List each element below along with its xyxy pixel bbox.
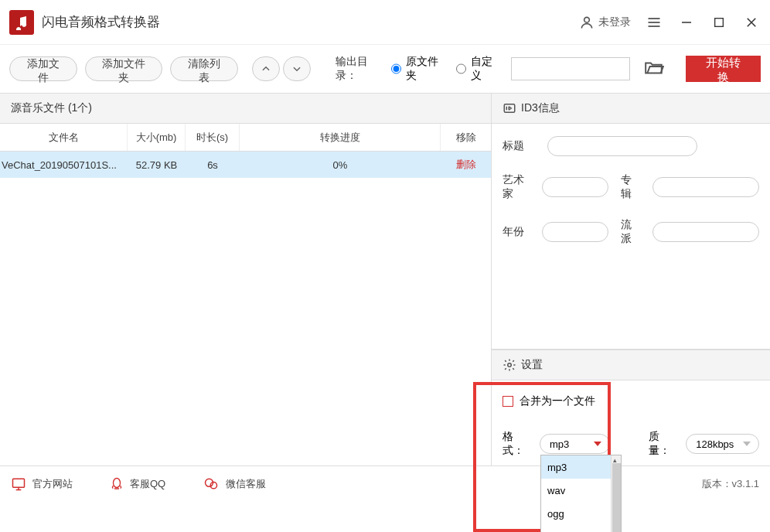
output-path-input[interactable] bbox=[511, 57, 630, 80]
website-link[interactable]: 官方网站 bbox=[11, 476, 73, 492]
genre-label: 流派 bbox=[621, 218, 640, 246]
dropdown-scrollbar[interactable]: ▴ ▾ bbox=[611, 455, 621, 532]
wechat-label: 微信客服 bbox=[226, 477, 266, 491]
login-label: 未登录 bbox=[598, 15, 631, 29]
cell-name: VeChat_20190507101S... bbox=[0, 152, 128, 178]
chevron-down-icon bbox=[743, 440, 751, 448]
login-button[interactable]: 未登录 bbox=[579, 15, 631, 30]
dropdown-item[interactable]: ogg bbox=[541, 502, 621, 525]
dropdown-item[interactable]: mp3 bbox=[541, 455, 621, 479]
svg-rect-4 bbox=[13, 479, 25, 487]
output-dir-label: 输出目录： bbox=[336, 55, 383, 83]
genre-input[interactable] bbox=[652, 222, 759, 242]
file-list-panel: 源音乐文件 (1个) 文件名 大小(mb) 时长(s) 转换进度 移除 VeCh… bbox=[0, 93, 492, 472]
toolbar: 添加文件 添加文件夹 清除列表 输出目录： 原文件夹 自定义 开始转换 bbox=[0, 45, 770, 93]
format-dropdown-list: mp3 wav ogg flac mp2 ▴ ▾ bbox=[540, 455, 622, 532]
cell-duration: 6s bbox=[186, 152, 240, 178]
merge-checkbox[interactable] bbox=[503, 396, 513, 407]
format-label: 格式： bbox=[503, 430, 532, 458]
titlebar: 闪电音频格式转换器 未登录 bbox=[0, 0, 770, 45]
version-label: 版本：v3.1.1 bbox=[702, 477, 759, 491]
table-row[interactable]: VeChat_20190507101S... 52.79 KB 6s 0% 删除 bbox=[0, 152, 491, 178]
id3-header: ID3信息 bbox=[492, 93, 770, 124]
quality-dropdown[interactable]: 128kbps bbox=[686, 434, 759, 454]
minimize-button[interactable] bbox=[677, 13, 696, 32]
cell-progress: 0% bbox=[240, 152, 441, 178]
col-duration: 时长(s) bbox=[186, 124, 240, 151]
clear-list-button[interactable]: 清除列表 bbox=[170, 56, 238, 81]
settings-header: 设置 bbox=[492, 350, 770, 380]
file-list-header: 源音乐文件 (1个) bbox=[0, 93, 491, 124]
remove-link[interactable]: 删除 bbox=[456, 158, 476, 172]
source-folder-radio[interactable] bbox=[391, 63, 401, 74]
artist-input[interactable] bbox=[542, 177, 608, 197]
col-name: 文件名 bbox=[0, 124, 128, 151]
album-label: 专辑 bbox=[621, 173, 640, 201]
table-header: 文件名 大小(mb) 时长(s) 转换进度 移除 bbox=[0, 124, 491, 152]
custom-folder-label: 自定义 bbox=[471, 55, 499, 83]
year-label: 年份 bbox=[503, 225, 530, 239]
svg-point-0 bbox=[584, 17, 590, 22]
menu-button[interactable] bbox=[645, 13, 663, 32]
move-up-button[interactable] bbox=[252, 56, 280, 81]
svg-rect-1 bbox=[715, 18, 724, 26]
add-file-button[interactable]: 添加文件 bbox=[9, 56, 77, 81]
col-remove: 移除 bbox=[441, 124, 491, 151]
format-value: mp3 bbox=[550, 438, 569, 450]
close-button[interactable] bbox=[742, 13, 761, 32]
col-size: 大小(mb) bbox=[128, 124, 186, 151]
qq-label: 客服QQ bbox=[130, 477, 165, 491]
website-label: 官方网站 bbox=[32, 477, 73, 491]
title-input[interactable] bbox=[547, 136, 697, 156]
move-down-button[interactable] bbox=[283, 56, 311, 81]
qq-link[interactable]: 客服QQ bbox=[110, 476, 165, 492]
start-convert-button[interactable]: 开始转换 bbox=[686, 56, 761, 82]
quality-label: 质量： bbox=[649, 430, 678, 458]
year-input[interactable] bbox=[542, 222, 608, 242]
browse-folder-button[interactable] bbox=[644, 59, 664, 79]
footer: 官方网站 客服QQ 微信客服 版本：v3.1.1 bbox=[0, 466, 770, 501]
svg-point-5 bbox=[114, 478, 121, 487]
right-panel: ID3信息 标题 艺术家 专辑 年份 流派 bbox=[492, 93, 770, 472]
app-logo bbox=[9, 10, 34, 35]
custom-folder-radio[interactable] bbox=[456, 63, 466, 74]
settings-header-label: 设置 bbox=[521, 358, 543, 372]
id3-header-label: ID3信息 bbox=[521, 101, 560, 115]
format-dropdown[interactable]: mp3 mp3 wav ogg flac mp2 ▴ ▾ bbox=[540, 434, 610, 454]
source-folder-label: 原文件夹 bbox=[406, 55, 444, 83]
merge-label: 合并为一个文件 bbox=[520, 394, 595, 408]
svg-point-3 bbox=[508, 363, 512, 367]
chevron-down-icon bbox=[594, 440, 601, 448]
col-progress: 转换进度 bbox=[240, 124, 441, 151]
wechat-link[interactable]: 微信客服 bbox=[203, 476, 266, 492]
album-input[interactable] bbox=[652, 177, 759, 197]
dropdown-item[interactable]: flac bbox=[541, 525, 621, 532]
quality-value: 128kbps bbox=[696, 438, 734, 450]
dropdown-item[interactable]: wav bbox=[541, 479, 621, 502]
app-title: 闪电音频格式转换器 bbox=[42, 13, 160, 31]
add-folder-button[interactable]: 添加文件夹 bbox=[85, 56, 162, 81]
maximize-button[interactable] bbox=[710, 13, 728, 32]
title-label: 标题 bbox=[503, 139, 535, 153]
cell-size: 52.79 KB bbox=[128, 152, 186, 178]
artist-label: 艺术家 bbox=[503, 173, 530, 201]
